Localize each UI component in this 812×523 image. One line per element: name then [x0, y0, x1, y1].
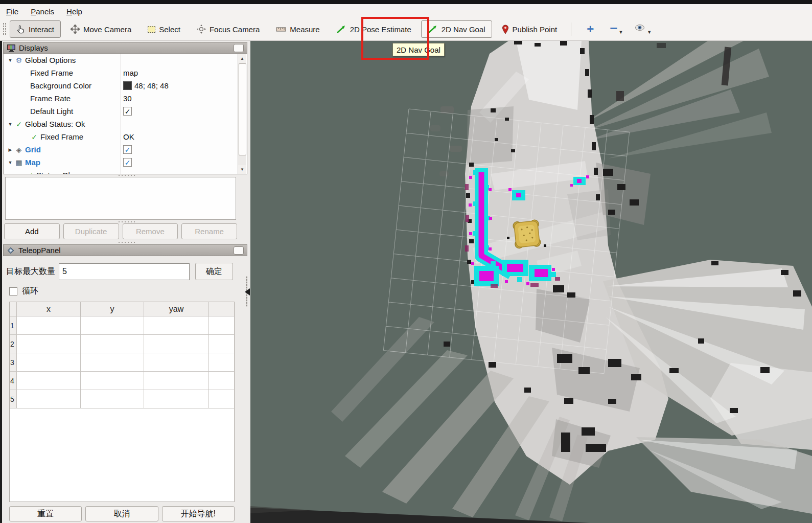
panel-diamond-icon	[7, 246, 15, 255]
checkbox-checked[interactable]: ✓	[123, 107, 132, 116]
tool-publish-point[interactable]: Publish Point	[495, 20, 564, 38]
splitter-handle[interactable]	[118, 174, 135, 176]
column-header-x[interactable]: x	[17, 302, 81, 316]
table-row: 5	[10, 390, 234, 408]
tree-row-global-status[interactable]: ▼ ✓ Global Status: Ok	[4, 118, 247, 130]
cell-y-3[interactable]	[81, 353, 144, 371]
panel-float-button[interactable]	[234, 44, 244, 52]
tree-scrollbar[interactable]: ▲ ▼	[238, 54, 246, 174]
scroll-down-icon[interactable]: ▼	[238, 165, 246, 174]
tool-label: Publish Point	[513, 25, 558, 34]
goal-count-row: 目标最大数量 确定	[6, 263, 246, 280]
background-color-value[interactable]: 48; 48; 48	[121, 79, 247, 92]
cell-x-2[interactable]	[17, 335, 81, 353]
cell-y-4[interactable]	[81, 372, 144, 390]
cell-x-4[interactable]	[17, 372, 81, 390]
tool-move-camera[interactable]: Move Camera	[64, 20, 138, 38]
status-ok-icon: ✓	[14, 120, 24, 128]
zoom-out-button[interactable]: − ▼	[610, 24, 623, 35]
table-row: 3	[10, 353, 234, 372]
loop-checkbox[interactable]	[9, 287, 17, 295]
cell-x-3[interactable]	[17, 353, 81, 371]
start-navigation-button[interactable]: 开始导航!	[162, 506, 235, 521]
expander-right-icon[interactable]: ▶	[18, 173, 25, 175]
table-row: 1	[10, 316, 234, 335]
scroll-up-icon[interactable]: ▲	[238, 54, 246, 63]
panel-float-button[interactable]	[234, 246, 244, 255]
cell-yaw-1[interactable]	[144, 316, 209, 334]
expander-down-icon[interactable]: ▼	[7, 160, 14, 165]
column-header-yaw[interactable]: yaw	[144, 302, 209, 316]
displays-buttons-row: Add Duplicate Remove Rename	[4, 223, 237, 239]
tree-row-default-light[interactable]: Default Light ✓	[4, 105, 247, 118]
checkbox-checked[interactable]: ✓	[123, 145, 132, 154]
displays-panel-title: Displays	[19, 43, 48, 52]
confirm-button[interactable]: 确定	[195, 263, 233, 280]
left-panel: Displays ▼ ⚙ Global Options Fixed Frame …	[2, 41, 250, 523]
scrollbar-thumb[interactable]	[239, 63, 246, 155]
cell-yaw-5[interactable]	[144, 390, 209, 408]
expander-down-icon[interactable]: ▼	[7, 58, 14, 63]
table-row: 2	[10, 335, 234, 353]
plus-icon: +	[587, 24, 594, 34]
tree-row-fixed-frame-status[interactable]: ✓ Fixed Frame OK	[4, 130, 247, 143]
tree-row-global-options[interactable]: ▼ ⚙ Global Options	[4, 54, 247, 66]
splitter-handle[interactable]	[118, 221, 135, 223]
cell-y-1[interactable]	[81, 316, 144, 334]
teleop-panel-header[interactable]: TeleopPanel	[3, 244, 247, 256]
tool-label: Focus Camera	[210, 25, 260, 34]
tool-select[interactable]: Select	[141, 21, 187, 38]
selection-box-icon	[148, 26, 155, 33]
frame-rate-value[interactable]: 30	[121, 92, 247, 105]
menu-file[interactable]: File	[0, 6, 25, 17]
cell-x-1[interactable]	[17, 316, 81, 334]
goal-count-input[interactable]	[59, 263, 190, 280]
cell-x-5[interactable]	[17, 390, 81, 408]
displays-panel-header[interactable]: Displays	[3, 42, 247, 54]
fixed-frame-value[interactable]: map	[121, 66, 247, 79]
visibility-button[interactable]: ▼	[635, 24, 652, 35]
tree-row-map[interactable]: ▼ ▦ Map ✓	[4, 156, 247, 169]
splitter-handle[interactable]	[118, 241, 135, 243]
tool-label: Interact	[29, 25, 54, 34]
cell-y-5[interactable]	[81, 390, 144, 408]
menu-help[interactable]: Help	[60, 6, 88, 17]
expander-down-icon[interactable]: ▼	[7, 122, 14, 127]
3d-viewport[interactable]	[250, 41, 812, 523]
tool-measure[interactable]: Measure	[269, 21, 326, 38]
tree-row-map-status[interactable]: ▶ ✓ Status: Ok	[4, 169, 247, 174]
loop-label: 循环	[22, 286, 38, 297]
checkbox-checked[interactable]: ✓	[123, 158, 132, 167]
tree-row-fixed-frame[interactable]: Fixed Frame map	[4, 66, 247, 79]
cell-yaw-2[interactable]	[144, 335, 209, 353]
tree-row-background-color[interactable]: Background Color 48; 48; 48	[4, 79, 247, 92]
color-swatch	[123, 81, 132, 90]
monitor-icon	[7, 44, 16, 52]
zoom-in-button[interactable]: +	[587, 24, 594, 34]
tree-row-grid[interactable]: ▶ ◈ Grid ✓	[4, 143, 247, 156]
cell-yaw-4[interactable]	[144, 372, 209, 390]
robot-model	[513, 219, 541, 248]
cancel-button[interactable]: 取消	[85, 506, 158, 521]
cell-y-2[interactable]	[81, 335, 144, 353]
tool-interact[interactable]: Interact	[10, 20, 61, 38]
collapse-left-icon[interactable]	[245, 288, 250, 295]
cell-yaw-3[interactable]	[144, 353, 209, 371]
chevron-down-icon: ▼	[618, 30, 623, 35]
toolbar-grip[interactable]	[3, 22, 7, 36]
tool-focus-camera[interactable]: Focus Camera	[190, 20, 266, 38]
tree-row-frame-rate[interactable]: Frame Rate 30	[4, 92, 247, 105]
menu-panels[interactable]: Panels	[25, 6, 60, 17]
expander-right-icon[interactable]: ▶	[7, 147, 14, 152]
panel-splitter[interactable]	[243, 276, 250, 307]
focus-crosshair-icon	[197, 25, 206, 34]
tool-2d-nav-goal[interactable]: 2D Nav Goal	[421, 20, 492, 38]
add-button[interactable]: Add	[4, 223, 60, 239]
duplicate-button[interactable]: Duplicate	[63, 223, 119, 239]
rename-button[interactable]: Rename	[181, 223, 237, 239]
reset-button[interactable]: 重置	[9, 506, 82, 521]
tool-label: Move Camera	[83, 25, 131, 34]
chevron-down-icon: ▼	[647, 30, 652, 35]
column-header-y[interactable]: y	[81, 302, 144, 316]
remove-button[interactable]: Remove	[123, 223, 178, 239]
